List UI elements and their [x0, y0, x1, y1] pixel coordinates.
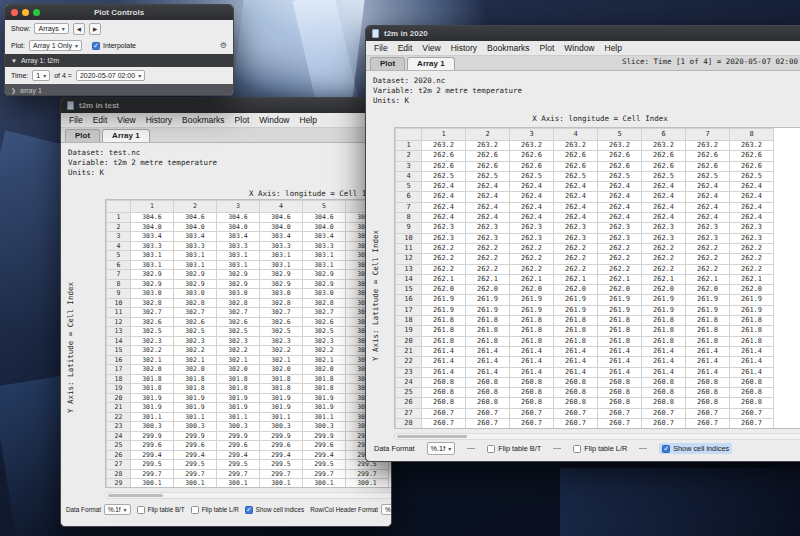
row-header[interactable]: 24 [107, 431, 131, 441]
cell[interactable]: 262.5 [466, 171, 510, 181]
cell[interactable]: 261.9 [510, 305, 554, 315]
cell[interactable]: 301.9 [217, 403, 260, 413]
cell[interactable]: 261.8 [554, 316, 598, 326]
cell[interactable]: 261.4 [466, 357, 510, 367]
tab-plot[interactable]: Plot [370, 57, 405, 70]
cell[interactable]: 261.8 [466, 316, 510, 326]
cell[interactable]: 263.2 [730, 141, 774, 151]
cell[interactable]: 262.2 [686, 254, 730, 264]
column-header[interactable]: 3 [217, 201, 260, 213]
cell[interactable]: 262.1 [510, 274, 554, 284]
cell[interactable]: 302.3 [303, 336, 346, 346]
cell[interactable]: 261.4 [642, 357, 686, 367]
row-header[interactable]: 2 [396, 151, 422, 161]
cell[interactable]: 260.8 [730, 377, 774, 387]
cell[interactable]: 263.2 [686, 141, 730, 151]
cell[interactable]: 260.8 [554, 398, 598, 408]
cell[interactable]: 302.0 [131, 365, 174, 375]
menu-file[interactable]: File [64, 115, 88, 125]
cell[interactable]: 261.8 [510, 316, 554, 326]
cell[interactable]: 262.6 [642, 161, 686, 171]
cell[interactable]: 262.6 [466, 151, 510, 161]
cell[interactable]: 262.6 [642, 151, 686, 161]
cell[interactable]: 302.1 [174, 355, 217, 365]
cell[interactable]: 262.3 [730, 223, 774, 233]
cell[interactable]: 260.8 [422, 398, 466, 408]
cell[interactable]: 262.2 [642, 254, 686, 264]
cell[interactable]: 261.8 [598, 326, 642, 336]
cell[interactable]: 262.0 [510, 285, 554, 295]
cell[interactable]: 302.0 [303, 365, 346, 375]
row-header[interactable]: 5 [396, 182, 422, 192]
cell[interactable]: 299.9 [131, 431, 174, 441]
cell[interactable]: 260.7 [422, 408, 466, 418]
cell[interactable]: 303.1 [260, 260, 303, 270]
cell[interactable]: 262.4 [422, 202, 466, 212]
checkbox-unchecked[interactable] [487, 445, 495, 453]
cell[interactable]: 303.3 [131, 241, 174, 251]
cell[interactable]: 302.0 [260, 365, 303, 375]
tab-array-1[interactable]: Array 1 [407, 57, 455, 70]
cell[interactable]: 301.9 [260, 393, 303, 403]
window-titlebar[interactable]: Plot Controls [5, 5, 233, 20]
cell[interactable]: 303.1 [217, 251, 260, 261]
cell[interactable]: 303.1 [131, 251, 174, 261]
cell[interactable]: 302.6 [131, 317, 174, 327]
cell[interactable]: 302.1 [131, 355, 174, 365]
cell[interactable]: 299.4 [260, 450, 303, 460]
cell[interactable]: 262.3 [466, 223, 510, 233]
cell[interactable]: 261.8 [554, 326, 598, 336]
cell[interactable]: 262.6 [598, 161, 642, 171]
row-header[interactable]: 19 [396, 326, 422, 336]
cell[interactable]: 304.6 [131, 213, 174, 223]
cell[interactable]: 262.4 [510, 202, 554, 212]
cell[interactable]: 302.2 [260, 346, 303, 356]
cell[interactable]: 260.7 [730, 408, 774, 418]
cell[interactable]: 303.0 [217, 289, 260, 299]
cell[interactable]: 261.8 [730, 316, 774, 326]
next-array-button[interactable]: ▶ [89, 23, 101, 35]
cell[interactable]: 302.8 [260, 298, 303, 308]
cell[interactable]: 299.6 [260, 441, 303, 451]
close-button[interactable] [11, 9, 18, 16]
cell[interactable]: 304.0 [174, 222, 217, 232]
row-header[interactable]: 19 [107, 384, 131, 394]
menu-plot[interactable]: Plot [230, 115, 255, 125]
cell[interactable]: 260.8 [598, 398, 642, 408]
cell[interactable]: 262.6 [686, 161, 730, 171]
cell[interactable]: 262.4 [686, 182, 730, 192]
cell[interactable]: 263.2 [554, 141, 598, 151]
cell[interactable]: 302.9 [303, 279, 346, 289]
cell[interactable]: 301.9 [131, 393, 174, 403]
cell[interactable]: 304.6 [174, 213, 217, 223]
cell[interactable]: 262.4 [510, 213, 554, 223]
cell[interactable]: 303.0 [303, 289, 346, 299]
cell[interactable]: 260.8 [422, 388, 466, 398]
cell[interactable]: 262.5 [422, 171, 466, 181]
cell[interactable]: 302.9 [174, 270, 217, 280]
cell[interactable]: 261.8 [686, 336, 730, 346]
cell[interactable]: 299.9 [174, 431, 217, 441]
menu-edit[interactable]: Edit [393, 43, 418, 53]
row-header[interactable]: 22 [396, 357, 422, 367]
cell[interactable]: 299.7 [346, 469, 389, 479]
row-header[interactable]: 14 [396, 274, 422, 284]
cell[interactable]: 261.9 [730, 305, 774, 315]
cell[interactable]: 261.4 [466, 346, 510, 356]
cell[interactable]: 262.2 [510, 243, 554, 253]
cell[interactable]: 260.8 [642, 388, 686, 398]
cell[interactable]: 262.4 [730, 202, 774, 212]
cell[interactable]: 260.7 [554, 419, 598, 429]
cell[interactable]: 262.2 [422, 264, 466, 274]
cell[interactable]: 302.8 [131, 298, 174, 308]
cell[interactable]: 262.1 [422, 274, 466, 284]
cell[interactable]: 263.2 [598, 141, 642, 151]
row-header[interactable]: 21 [107, 403, 131, 413]
cell[interactable]: 302.0 [174, 365, 217, 375]
menu-bookmarks[interactable]: Bookmarks [482, 43, 535, 53]
cell[interactable]: 262.4 [730, 213, 774, 223]
cell[interactable]: 301.8 [174, 384, 217, 394]
cell[interactable]: 262.4 [554, 182, 598, 192]
cell[interactable]: 262.2 [598, 243, 642, 253]
cell[interactable]: 262.1 [554, 274, 598, 284]
